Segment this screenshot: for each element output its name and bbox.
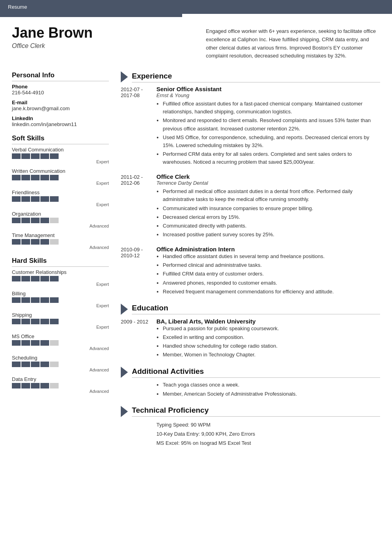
exp-bullets: Fulfilled office assistant duties for a …: [156, 100, 380, 166]
exp-title: Senior Office Assistant: [156, 86, 380, 92]
exp-bullet: Monitored and responded to client emails…: [163, 117, 380, 132]
skill-bar-filled: [12, 175, 21, 180]
skill-bar-empty: [50, 362, 59, 367]
personal-info-phone: Phone 216-544-4910: [12, 84, 109, 96]
exp-title: Office Clerk: [156, 173, 380, 180]
tech-item: Typing Speed: 90 WPM: [121, 420, 380, 429]
exp-content: Senior Office AssistantErnst & YoungFulf…: [156, 86, 380, 167]
exp-bullet: Decreased clerical errors by 15%.: [163, 213, 380, 221]
skill-bar-filled: [40, 319, 49, 324]
skill-name: MS Office: [12, 333, 109, 339]
right-column: Experience 2012-07 - 2017-08Senior Offic…: [117, 64, 380, 543]
skill-bar-empty: [50, 340, 59, 346]
skill-bar-filled: [40, 383, 49, 388]
exp-content: BA, Liberal Arts, Walden UniversityPursu…: [156, 318, 380, 360]
skill-item: SchedulingAdvanced: [12, 355, 109, 372]
experience-entry: 2011-02 - 2012-06Office ClerkTerrence Da…: [121, 173, 380, 239]
skill-item: MS OfficeAdvanced: [12, 333, 109, 351]
exp-bullet: Performed all medical office assistant d…: [163, 188, 380, 203]
exp-bullet: Pursued a passion for public speaking co…: [163, 325, 380, 333]
left-column: Personal Info Phone 216-544-4910 E-mail …: [12, 64, 117, 543]
personal-info-title: Personal Info: [12, 71, 109, 81]
header-section: Jane Brown Office Clerk Engaged office w…: [0, 17, 392, 64]
exp-title: Office Administration Intern: [156, 246, 380, 253]
skill-bar-filled: [12, 239, 21, 245]
exp-bullet: Fulfilled office assistant duties for a …: [163, 100, 380, 116]
exp-bullet: Member, Women in Technology Chapter.: [163, 351, 380, 359]
skill-bar-filled: [31, 297, 40, 303]
skill-item: Written CommunicationExpert: [12, 168, 109, 186]
personal-info-email: E-mail jane.k.brown@gmail.com: [12, 100, 109, 111]
activities-bullets: Teach yoga classes once a week.Member, A…: [156, 381, 380, 398]
skill-bar-empty: [50, 383, 59, 388]
exp-date: 2011-02 - 2012-06: [121, 173, 156, 239]
skill-bar-filled: [12, 297, 21, 303]
skill-bars: [12, 153, 109, 159]
skill-level: Advanced: [12, 224, 109, 228]
skill-bar-filled: [31, 196, 40, 202]
activities-entry: Teach yoga classes once a week.Member, A…: [121, 381, 380, 398]
activities-title: Additional Activities: [132, 367, 380, 378]
skill-bar-filled: [31, 175, 40, 180]
candidate-name: Jane Brown: [12, 25, 194, 41]
skill-bars: [12, 340, 109, 346]
exp-bullet: Performed clinical and administrative ta…: [163, 261, 380, 269]
skill-bar-filled: [40, 153, 49, 159]
skill-bar-filled: [50, 153, 59, 159]
skill-bar-empty: [50, 239, 59, 245]
skill-bar-filled: [40, 239, 49, 245]
skill-name: Billing: [12, 291, 109, 297]
skill-bar-filled: [40, 340, 49, 346]
activities-content: Teach yoga classes once a week.Member, A…: [156, 381, 380, 398]
skill-level: Expert: [12, 325, 109, 329]
soft-skills-title: Soft Skills: [12, 134, 109, 144]
skill-bar-filled: [12, 340, 21, 346]
skill-bars: [12, 276, 109, 281]
skill-bar-filled: [40, 196, 49, 202]
skill-bars: [12, 196, 109, 202]
skill-bar-filled: [21, 175, 30, 180]
linkedin-label: LinkedIn: [12, 115, 109, 121]
skill-bar-filled: [12, 383, 21, 388]
skill-bars: [12, 297, 109, 303]
activities-arrow-icon: [121, 367, 128, 378]
skill-item: Data EntryAdvanced: [12, 376, 109, 394]
skill-level: Expert: [12, 181, 109, 186]
skill-bar-filled: [12, 218, 21, 223]
skill-bars: [12, 218, 109, 223]
experience-entry: 2009 - 2012BA, Liberal Arts, Walden Univ…: [121, 318, 380, 360]
education-entries: 2009 - 2012BA, Liberal Arts, Walden Univ…: [121, 318, 380, 360]
experience-arrow-icon: [121, 71, 128, 82]
exp-bullet: Handled show scheduling for college radi…: [163, 342, 380, 350]
skill-bar-filled: [21, 383, 30, 388]
skill-bar-filled: [50, 175, 59, 180]
skill-bar-filled: [31, 340, 40, 346]
skill-level: Advanced: [12, 367, 109, 372]
skill-bar-filled: [40, 362, 49, 367]
skill-item: OrganizationAdvanced: [12, 211, 109, 228]
experience-title: Experience: [132, 72, 380, 82]
exp-bullet: Used MS Office, for correspondence, sche…: [163, 134, 380, 149]
education-header: Education: [121, 304, 380, 315]
exp-bullet: Handled office assistant duties in sever…: [163, 253, 380, 260]
skill-name: Written Communication: [12, 168, 109, 174]
tech-arrow-icon: [121, 406, 128, 417]
skill-bar-filled: [12, 153, 21, 159]
skill-bar-filled: [50, 297, 59, 303]
skill-item: BillingExpert: [12, 291, 109, 308]
experience-entries: 2012-07 - 2017-08Senior Office Assistant…: [121, 86, 380, 297]
skill-name: Scheduling: [12, 355, 109, 361]
skill-level: Expert: [12, 159, 109, 164]
email-value: jane.k.brown@gmail.com: [12, 105, 109, 111]
skill-bar-filled: [21, 218, 30, 223]
experience-entry: 2010-09 - 2010-12Office Administration I…: [121, 246, 380, 297]
skill-bar-filled: [12, 362, 21, 367]
skill-bar-filled: [31, 362, 40, 367]
phone-value: 216-544-4910: [12, 90, 109, 96]
exp-bullet: Fulfilled CRM data entry of customer ord…: [163, 270, 380, 278]
skill-bar-filled: [40, 297, 49, 303]
exp-date: 2012-07 - 2017-08: [121, 86, 156, 167]
header-summary: Engaged office worker with 6+ years expe…: [194, 25, 380, 60]
hard-skills-title: Hard Skills: [12, 257, 109, 267]
skill-level: Expert: [12, 282, 109, 287]
